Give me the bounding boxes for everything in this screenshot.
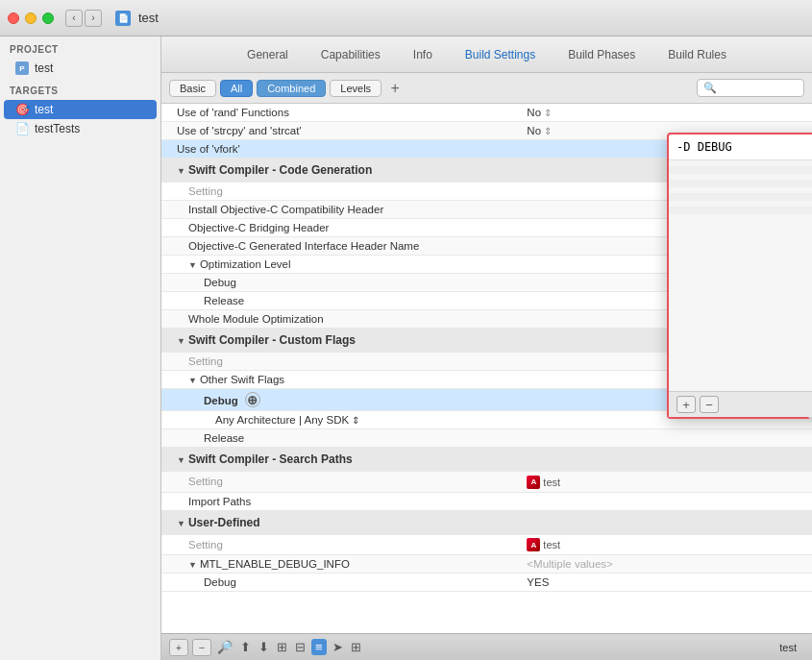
window-title: test: [138, 11, 159, 25]
section-header-user-defined: ▼User-Defined: [161, 510, 812, 534]
filter-combined-button[interactable]: Combined: [257, 80, 326, 97]
popover-input-field[interactable]: [675, 138, 812, 156]
table-row[interactable]: Debug YES: [161, 574, 812, 592]
popover-remove-button[interactable]: −: [700, 396, 719, 413]
setting-label: Setting: [161, 183, 519, 201]
collapse-triangle[interactable]: ▼: [188, 260, 197, 270]
close-button[interactable]: [8, 12, 19, 24]
tab-general[interactable]: General: [231, 43, 305, 66]
back-arrow[interactable]: ‹: [65, 10, 83, 27]
setting-value: [519, 492, 812, 510]
popover-footer: + −: [669, 391, 812, 417]
collapse-triangle[interactable]: ▼: [177, 336, 185, 346]
up-icon[interactable]: ⬆: [238, 640, 253, 654]
filter-levels-button[interactable]: Levels: [330, 80, 381, 97]
popover-add-button[interactable]: +: [677, 396, 696, 413]
sidebar-target-test-label: test: [35, 103, 53, 116]
popover-list-row: [669, 194, 812, 201]
setting-label: Objective-C Generated Interface Header N…: [161, 237, 519, 256]
tab-capabilities[interactable]: Capabilities: [305, 43, 397, 66]
settings-area[interactable]: Use of 'rand' Functions No ⇕ Use of 'str…: [161, 104, 812, 633]
setting-label: Setting: [161, 472, 519, 493]
popover-list-row: [669, 167, 812, 174]
setting-label: Whole Module Optimization: [161, 310, 519, 329]
setting-label: Install Objective-C Compatibility Header: [161, 201, 519, 219]
bottom-remove-button[interactable]: −: [192, 639, 211, 656]
setting-label: Debug: [161, 274, 519, 292]
tab-bar: General Capabilities Info Build Settings…: [161, 37, 812, 73]
tab-info[interactable]: Info: [397, 43, 449, 66]
section-title: Swift Compiler - Code Generation: [188, 163, 372, 177]
target-icon-test: 🎯: [15, 103, 29, 116]
titlebar: ‹ › 📄 test: [0, 0, 812, 37]
search-input[interactable]: [721, 83, 798, 94]
section-title: Swift Compiler - Search Paths: [188, 452, 353, 466]
down-icon[interactable]: ⬇: [257, 640, 271, 654]
targets-section-header: TARGETS: [0, 78, 160, 100]
layout-icon[interactable]: ⊞: [275, 640, 289, 654]
bottom-title: test: [779, 642, 797, 653]
popover-input-row[interactable]: [669, 134, 812, 160]
collapse-triangle[interactable]: ▼: [177, 166, 185, 176]
table-row[interactable]: Setting A test: [161, 534, 812, 555]
tab-build-settings[interactable]: Build Settings: [449, 43, 552, 66]
tab-build-rules[interactable]: Build Rules: [652, 43, 743, 66]
zoom-icon[interactable]: 🔎: [215, 640, 234, 654]
table-row[interactable]: Import Paths: [161, 492, 812, 510]
minimize-button[interactable]: [25, 12, 37, 24]
setting-label: Use of 'rand' Functions: [161, 104, 519, 122]
target-badge-icon: A: [527, 476, 540, 489]
target-badge-2: A test: [527, 538, 560, 551]
project-section-header: PROJECT: [0, 37, 160, 59]
add-filter-button[interactable]: +: [385, 79, 405, 98]
active-tab-icon[interactable]: ≡: [311, 639, 327, 655]
popover-list-row: [669, 201, 812, 208]
section-title: Swift Compiler - Custom Flags: [188, 333, 356, 347]
sidebar-target-testTests-label: testTests: [35, 122, 80, 135]
popover-arrow: [808, 417, 812, 427]
setting-label: Setting: [161, 534, 519, 555]
tab-build-phases[interactable]: Build Phases: [552, 43, 652, 66]
add-debug-flag-button[interactable]: ⊕: [245, 392, 260, 407]
target-badge: A test: [527, 476, 560, 489]
setting-label: Import Paths: [161, 492, 519, 510]
collapse-triangle[interactable]: ▼: [188, 560, 197, 570]
sidebar-project-label: test: [35, 61, 53, 75]
popover-list-row: [669, 174, 812, 181]
setting-label: ▼MTL_ENABLE_DEBUG_INFO: [161, 555, 519, 574]
sidebar-item-project[interactable]: P test: [0, 59, 160, 78]
project-icon: 📄: [115, 11, 131, 26]
popover-list-row: [669, 187, 812, 194]
section-header-search-paths: ▼Swift Compiler - Search Paths: [161, 448, 812, 472]
forward-arrow[interactable]: ›: [85, 10, 102, 27]
search-icon: 🔍: [703, 82, 717, 94]
setting-label: Use of 'strcpy' and 'strcat': [161, 122, 519, 140]
collapse-triangle[interactable]: ▼: [188, 376, 197, 385]
maximize-button[interactable]: [42, 12, 54, 24]
nav-arrows: ‹ ›: [65, 10, 102, 27]
grid-icon[interactable]: ⊞: [349, 640, 363, 654]
split-icon[interactable]: ⊟: [293, 640, 308, 654]
setting-label: Debug: [161, 574, 519, 592]
input-popover: + −: [667, 133, 812, 419]
table-row[interactable]: Use of 'rand' Functions No ⇕: [161, 104, 812, 122]
table-row[interactable]: Release: [161, 429, 812, 448]
target-badge-icon-2: A: [527, 538, 540, 551]
filter-all-button[interactable]: All: [220, 80, 253, 97]
collapse-triangle[interactable]: ▼: [177, 519, 185, 528]
sidebar-item-target-test[interactable]: 🎯 test: [4, 100, 157, 119]
filter-basic-button[interactable]: Basic: [169, 80, 216, 97]
sidebar-item-target-testTests[interactable]: 📄 testTests: [0, 119, 160, 138]
setting-label: ▼Other Swift Flags: [161, 371, 519, 389]
table-row[interactable]: Setting A test: [161, 472, 812, 493]
setting-label: Release: [161, 292, 519, 310]
search-box[interactable]: 🔍: [697, 79, 804, 97]
setting-value: No ⇕: [519, 104, 812, 122]
bottom-add-button[interactable]: +: [169, 639, 188, 656]
arrow-icon[interactable]: ➤: [331, 640, 345, 654]
setting-label: Release: [161, 429, 519, 448]
collapse-triangle[interactable]: ▼: [177, 455, 185, 465]
setting-value: YES: [519, 574, 812, 592]
popover-list: [669, 160, 812, 391]
table-row[interactable]: ▼MTL_ENABLE_DEBUG_INFO <Multiple values>: [161, 555, 812, 574]
